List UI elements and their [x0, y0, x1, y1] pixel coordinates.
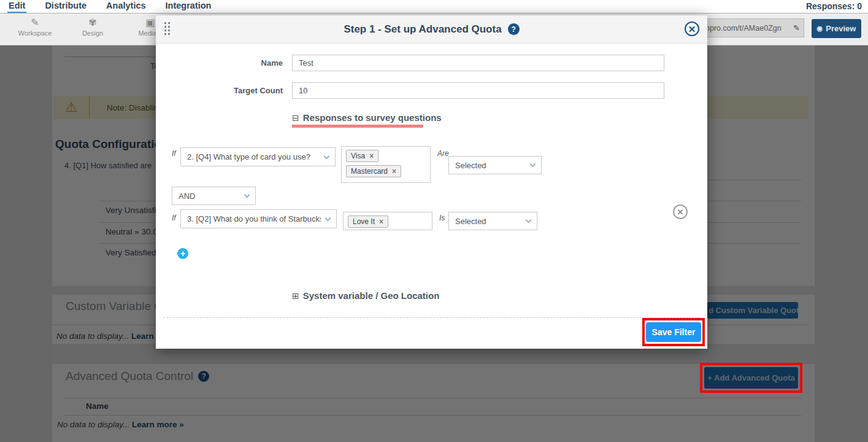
- section-underline: [292, 125, 423, 128]
- chevron-down-icon: [530, 161, 536, 168]
- modal-help-icon[interactable]: ?: [508, 23, 520, 35]
- answer-tag: Love It ×: [348, 215, 388, 228]
- footer-dashed-divider: [163, 317, 700, 318]
- survey-url-field[interactable]: npro.com/t/AMae0Zgn ✎: [700, 18, 804, 37]
- collapse-icon: ⊟: [292, 113, 299, 123]
- save-filter-button[interactable]: Save Filter: [646, 322, 701, 342]
- condition2-if-label: If: [172, 214, 176, 222]
- logic-operator-select[interactable]: AND: [172, 187, 256, 205]
- condition1-question-select[interactable]: 2. [Q4] What type of card you use?: [180, 147, 336, 166]
- chevron-down-icon: [526, 217, 532, 223]
- design-palette-icon: ✾: [64, 17, 121, 29]
- modal-header: Step 1 - Set up Advanced Quota ? ✕: [156, 15, 707, 44]
- add-condition-icon[interactable]: +: [177, 248, 188, 259]
- workspace-icon: ✎: [6, 17, 64, 29]
- chevron-down-icon: [244, 192, 250, 198]
- condition2-is-label: Is: [439, 214, 445, 222]
- responses-count: Responses: 0: [806, 1, 862, 11]
- condition1-answers-box[interactable]: Visa × Mastercard ×: [341, 146, 431, 183]
- eye-icon: ◉: [817, 25, 823, 33]
- preview-button[interactable]: ◉ Preview: [812, 19, 861, 38]
- condition2-answers-box[interactable]: Love It ×: [343, 212, 432, 230]
- top-nav: Edit Distribute Analytics Integration Re…: [0, 0, 868, 14]
- add-advanced-quota-annotation-box: [700, 363, 802, 393]
- target-count-label: Target Count: [205, 86, 283, 95]
- close-icon[interactable]: ✕: [685, 21, 699, 36]
- remove-tag-icon[interactable]: ×: [379, 217, 383, 226]
- chevron-down-icon: [325, 215, 331, 221]
- nav-tab-distribute[interactable]: Distribute: [44, 0, 88, 12]
- expand-icon: ⊞: [292, 291, 299, 301]
- chevron-down-icon: [324, 153, 330, 159]
- condition2-operator-select[interactable]: Selected: [448, 212, 537, 230]
- nav-tab-analytics[interactable]: Analytics: [105, 0, 147, 12]
- responses-section-toggle[interactable]: ⊟ Responses to survey questions: [292, 112, 442, 123]
- modal-title: Step 1 - Set up Advanced Quota ?: [344, 23, 519, 36]
- name-label: Name: [205, 58, 283, 68]
- name-input[interactable]: [292, 55, 664, 71]
- edit-url-pencil-icon[interactable]: ✎: [793, 23, 800, 33]
- condition1-are-label: Are: [437, 149, 449, 158]
- system-variable-section-toggle[interactable]: ⊞ System variable / Geo Location: [292, 290, 439, 301]
- condition1-if-label: If: [172, 149, 176, 158]
- nav-tab-edit[interactable]: Edit: [7, 0, 26, 13]
- remove-tag-icon[interactable]: ×: [369, 152, 374, 160]
- answer-tag: Mastercard ×: [346, 165, 401, 177]
- remove-condition-icon[interactable]: ✕: [673, 204, 688, 219]
- save-filter-annotation-box: Save Filter: [642, 318, 705, 346]
- app-window: Edit Distribute Analytics Integration Re…: [0, 0, 868, 442]
- survey-url-text: npro.com/t/AMae0Zgn: [705, 24, 793, 33]
- answer-tag: Visa ×: [346, 150, 378, 162]
- drag-handle-icon[interactable]: [164, 22, 170, 35]
- toolbar-item-design[interactable]: ✾ Design: [64, 14, 121, 37]
- toolbar-item-workspace[interactable]: ✎ Workspace: [6, 14, 64, 37]
- remove-tag-icon[interactable]: ×: [392, 167, 396, 176]
- advanced-quota-modal: Step 1 - Set up Advanced Quota ? ✕ Name …: [156, 15, 707, 349]
- nav-tab-integration[interactable]: Integration: [164, 0, 213, 12]
- target-count-input[interactable]: [292, 82, 664, 99]
- condition2-question-select[interactable]: 3. [Q2] What do you think of Starbucks..…: [180, 209, 337, 228]
- condition1-operator-select[interactable]: Selected: [448, 156, 542, 174]
